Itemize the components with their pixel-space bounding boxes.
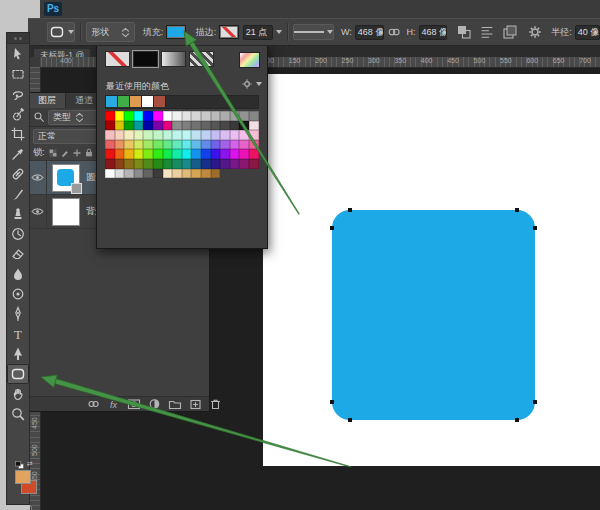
color-swatch[interactable] (220, 140, 230, 150)
stroke-width-input[interactable]: 21 点 (243, 25, 273, 40)
link-layers-icon[interactable] (87, 398, 100, 410)
color-swatch[interactable] (191, 130, 201, 140)
color-swatch[interactable] (124, 159, 134, 169)
color-swatch[interactable] (172, 140, 182, 150)
color-swatch[interactable] (115, 121, 125, 131)
color-swatch[interactable] (143, 149, 153, 159)
history-brush-tool[interactable] (7, 224, 29, 244)
color-swatch[interactable] (230, 149, 240, 159)
color-swatch[interactable] (220, 159, 230, 169)
color-swatch[interactable] (211, 169, 221, 179)
color-swatch[interactable] (249, 111, 259, 121)
fill-color-swatch[interactable] (166, 25, 185, 39)
blur-tool[interactable] (7, 264, 29, 284)
fill-type-solid-color[interactable] (133, 51, 158, 67)
color-swatch[interactable] (172, 149, 182, 159)
color-swatch[interactable] (153, 130, 163, 140)
quick-selection-tool[interactable] (7, 104, 29, 124)
tool-preset-dropdown[interactable] (47, 22, 75, 42)
color-swatch[interactable] (134, 149, 144, 159)
color-swatch[interactable] (182, 169, 192, 179)
color-swatch[interactable] (249, 121, 259, 131)
color-swatch[interactable] (220, 149, 230, 159)
color-swatch[interactable] (201, 169, 211, 179)
color-swatch[interactable] (201, 159, 211, 169)
shape-anchor-point[interactable] (533, 226, 537, 230)
color-swatch[interactable] (182, 140, 192, 150)
rounded-rectangle-tool[interactable] (7, 364, 29, 384)
color-swatch[interactable] (143, 169, 153, 179)
link-dimensions-icon[interactable] (387, 25, 401, 39)
radius-input[interactable]: 40 像素 (575, 25, 600, 40)
color-swatch[interactable] (105, 159, 115, 169)
rounded-rectangle-shape[interactable] (332, 210, 535, 420)
color-swatch[interactable] (230, 121, 240, 131)
tools-panel-grip[interactable] (7, 33, 29, 44)
shape-anchor-point[interactable] (515, 208, 519, 212)
color-swatch[interactable] (211, 130, 221, 140)
fx-icon[interactable]: fx (107, 398, 120, 410)
color-swatch[interactable] (191, 140, 201, 150)
stroke-type-select[interactable] (293, 24, 334, 40)
layer-filter-select[interactable]: 类型 (48, 110, 102, 125)
color-swatch[interactable] (115, 111, 125, 121)
marquee-tool[interactable] (7, 64, 29, 84)
color-swatch[interactable] (163, 140, 173, 150)
color-swatch[interactable] (105, 111, 115, 121)
healing-brush-tool[interactable] (7, 164, 29, 184)
gear-icon[interactable] (527, 24, 543, 40)
layer-thumbnail[interactable] (52, 164, 80, 192)
recent-color-swatch[interactable] (118, 96, 130, 107)
tab-layers[interactable]: 图层 (29, 93, 66, 108)
color-swatch[interactable] (220, 111, 230, 121)
color-swatch[interactable] (134, 169, 144, 179)
color-swatch[interactable] (153, 169, 163, 179)
color-swatch[interactable] (201, 121, 211, 131)
color-swatch[interactable] (143, 121, 153, 131)
layer-thumbnail[interactable] (52, 198, 80, 226)
color-swatch[interactable] (124, 140, 134, 150)
color-picker-button[interactable] (239, 52, 260, 68)
color-swatch[interactable] (153, 149, 163, 159)
color-swatch[interactable] (211, 121, 221, 131)
color-swatch[interactable] (249, 140, 259, 150)
color-swatch[interactable] (239, 130, 249, 140)
color-swatch[interactable] (211, 149, 221, 159)
color-swatch[interactable] (172, 169, 182, 179)
color-swatch[interactable] (249, 159, 259, 169)
path-operations-icon[interactable] (456, 24, 472, 40)
color-swatch[interactable] (239, 140, 249, 150)
lock-position-icon[interactable] (73, 149, 81, 157)
color-swatch[interactable] (230, 111, 240, 121)
document-tab[interactable]: 未标题-1 @ (34, 49, 90, 57)
color-swatch[interactable] (230, 130, 240, 140)
color-swatch[interactable] (115, 140, 125, 150)
color-swatch[interactable] (182, 149, 192, 159)
color-swatch[interactable] (191, 159, 201, 169)
color-swatch[interactable] (163, 169, 173, 179)
color-swatch[interactable] (134, 130, 144, 140)
color-swatch[interactable] (153, 111, 163, 121)
color-swatch[interactable] (220, 121, 230, 131)
color-swatch[interactable] (163, 149, 173, 159)
color-swatch[interactable] (153, 121, 163, 131)
brush-tool[interactable] (7, 184, 29, 204)
color-swatch[interactable] (124, 130, 134, 140)
recent-color-swatch[interactable] (142, 96, 154, 107)
fill-type-pattern[interactable] (189, 51, 214, 67)
delete-layer-icon[interactable] (209, 398, 222, 410)
color-swatch[interactable] (191, 111, 201, 121)
color-swatch[interactable] (230, 159, 240, 169)
swatches-menu-button[interactable] (241, 78, 262, 90)
color-swatch[interactable] (105, 130, 115, 140)
lock-transparent-icon[interactable] (49, 149, 57, 157)
shape-anchor-point[interactable] (348, 418, 352, 422)
color-swatch[interactable] (201, 149, 211, 159)
path-selection-tool[interactable] (7, 344, 29, 364)
color-swatch[interactable] (182, 130, 192, 140)
new-layer-icon[interactable] (189, 398, 202, 410)
color-swatch[interactable] (124, 149, 134, 159)
color-swatch[interactable] (163, 111, 173, 121)
swap-colors-icon[interactable]: ⇄ (27, 460, 33, 468)
color-swatch[interactable] (172, 111, 182, 121)
